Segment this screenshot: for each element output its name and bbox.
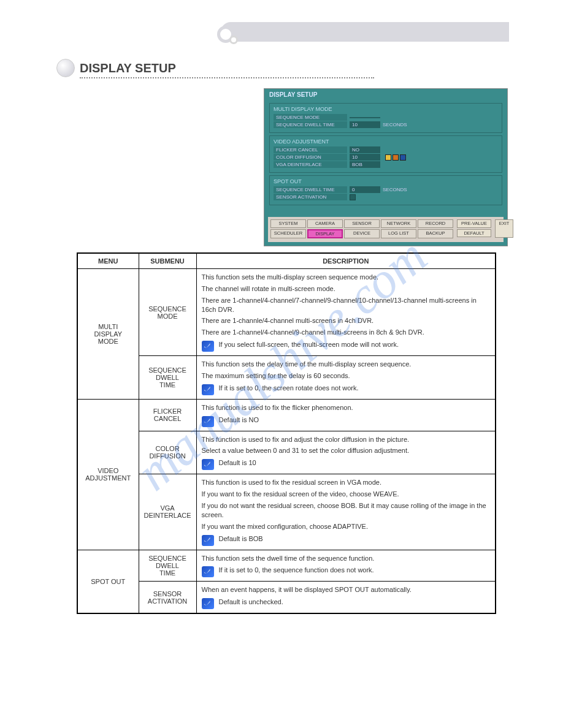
submenu-cell: SENSORACTIVATION [139,582,196,613]
submenu-cell: FLICKERCANCEL [139,399,196,431]
note-text: If it is set to 0, the screen rotate doe… [219,384,359,392]
row-vga-deinterlace: VGA DEINTERLACE BOB [274,161,498,168]
desc-line: There are 1-channel/4-channel/9-channel … [202,328,490,337]
group-title: MULTI DISPLAY MODE [274,106,498,112]
display-setup-screenshot: DISPLAY SETUP MULTI DISPLAY MODE SEQUENC… [264,88,508,246]
tab-row-1: SYSTEM CAMERA SENSOR NETWORK RECORD [270,219,453,228]
submenu-cell: COLORDIFFUSION [139,431,196,474]
field-unit: SECONDS [383,122,407,127]
row-sequence-dwell-time: SEQUENCE DWELL TIME 10 SECONDS [274,121,498,128]
desc-line: There are 1-channle/4-channel multi-scre… [202,316,490,325]
header-menu: MENU [77,253,139,269]
table-row: COLORDIFFUSION This function is used to … [77,431,496,474]
desc-line: There are 1-channel/4-channel/7-channel/… [202,296,490,314]
note-icon [202,459,214,470]
description-cell: This function is used to fix the flicker… [196,399,496,431]
tab-pre-value[interactable]: PRE-VALUE [457,219,491,228]
desc-line: Select a value between 0 and 31 to set t… [202,446,490,455]
description-cell: When an event happens, it will be displa… [196,582,496,613]
swatch-yellow [385,154,391,161]
field-label: SEQUENCE MODE [274,114,347,121]
table-row: SENSORACTIVATION When an event happens, … [77,582,496,613]
submenu-cell: SEQUENCEDWELLTIME [139,550,196,582]
desc-line: This function is used to fix the flicker… [202,403,490,412]
tab-device[interactable]: DEVICE [344,229,380,239]
section-bullet-icon [56,59,75,77]
submenu-cell: SEQUENCEDWELLTIME [139,356,196,400]
field-label: SENSOR ACTIVATION [274,194,347,200]
tab-network[interactable]: NETWORK [381,219,416,228]
note-text: Default is NO [219,416,259,423]
description-cell: This function is used to fix and adjust … [196,431,496,474]
desc-line: When an event happens, it will be displa… [202,585,490,594]
desc-line: If you want to fix the residual screen o… [202,490,490,499]
desc-line: The channel will rotate in multi-screen … [202,284,490,294]
group-multi-display-mode: MULTI DISPLAY MODE SEQUENCE MODE SEQUENC… [269,103,502,133]
field-label: VGA DEINTERLACE [274,161,347,168]
note-text: Default is BOB [219,535,263,542]
sequence-dwell-time-value[interactable]: 10 [350,121,380,128]
tab-sensor[interactable]: SENSOR [344,219,380,228]
tab-system[interactable]: SYSTEM [270,219,306,228]
menu-cell: VIDEOADJUSTMENT [77,399,139,550]
tab-scheduler[interactable]: SCHEDULER [270,229,306,239]
section-title-underline [80,77,374,78]
desc-line: This function sets the delay time of the… [202,360,490,369]
group-title: VIDEO ADJUSTMENT [274,138,498,145]
field-unit: SECONDS [383,187,407,192]
field-label: FLICKER CANCEL [274,146,347,153]
group-spot-out: SPOT OUT SEQUENCE DWELL TIME 0 SECONDS S… [269,175,502,205]
desc-line: If you do not want the residual screen, … [202,501,490,520]
tab-record[interactable]: RECORD [418,219,453,228]
note-icon [202,341,214,352]
screenshot-title: DISPLAY SETUP [264,89,507,100]
group-title: SPOT OUT [274,178,498,184]
description-cell: This function sets the delay time of the… [196,356,496,400]
description-cell: This function is used to fix the residua… [196,474,496,550]
spot-sequence-dwell-time-value[interactable]: 0 [350,186,380,193]
flicker-cancel-value[interactable]: NO [350,146,380,153]
sensor-activation-checkbox[interactable] [350,194,356,200]
header-description: DESCRIPTION [196,253,496,269]
note-icon [202,535,214,546]
row-sequence-mode: SEQUENCE MODE [274,114,498,121]
vga-deinterlace-value[interactable]: BOB [350,161,380,168]
table-row: MULTIDISPLAYMODE SEQUENCEMODE This funct… [77,269,496,356]
note-text: If you select full-screen, the multi-scr… [219,341,399,348]
row-spot-sequence-dwell-time: SEQUENCE DWELL TIME 0 SECONDS [274,186,498,193]
header-notch-small [229,36,238,44]
field-label: SEQUENCE DWELL TIME [274,121,347,128]
swatch-orange [393,154,399,161]
tab-display[interactable]: DISPLAY [307,229,343,239]
desc-line: If you want the mixed configuration, cho… [202,522,490,531]
table-row: SPOT OUT SEQUENCEDWELLTIME This function… [77,550,496,582]
tab-camera[interactable]: CAMERA [307,219,343,228]
note-icon [202,598,214,609]
note-icon [202,416,214,427]
table-row: SEQUENCEDWELLTIME This function sets the… [77,356,496,400]
submenu-cell: SEQUENCEMODE [139,269,196,356]
tabs-region: SYSTEM CAMERA SENSOR NETWORK RECORD SCHE… [268,217,504,242]
tab-row-2: SCHEDULER DISPLAY DEVICE LOG LIST BACKUP [270,229,453,239]
submenu-cell: VGADEINTERLACE [139,474,196,550]
tab-log-list[interactable]: LOG LIST [381,229,416,239]
menu-cell: SPOT OUT [77,550,139,613]
note-text: Default is unchecked. [219,598,283,605]
table-row: VGADEINTERLACE This function is used to … [77,474,496,550]
note-icon [202,384,214,395]
color-swatches [385,154,406,161]
row-flicker-cancel: FLICKER CANCEL NO [274,146,498,153]
desc-line: This function sets the multi-display scr… [202,273,490,282]
note-text: If it is set to 0, the sequence function… [219,566,374,574]
field-label: COLOR DIFFUSION [274,154,347,161]
tab-backup[interactable]: BACKUP [418,229,453,239]
color-diffusion-value[interactable]: 10 [350,154,380,161]
tab-exit[interactable]: EXIT [495,219,513,238]
header-bar [221,22,509,42]
sequence-mode-value[interactable] [350,117,380,118]
note-icon [202,566,214,577]
tab-default[interactable]: DEFAULT [457,229,491,238]
note-text: Default is 10 [219,459,256,466]
description-cell: This function sets the dwell time of the… [196,550,496,582]
row-color-diffusion: COLOR DIFFUSION 10 [274,154,498,161]
